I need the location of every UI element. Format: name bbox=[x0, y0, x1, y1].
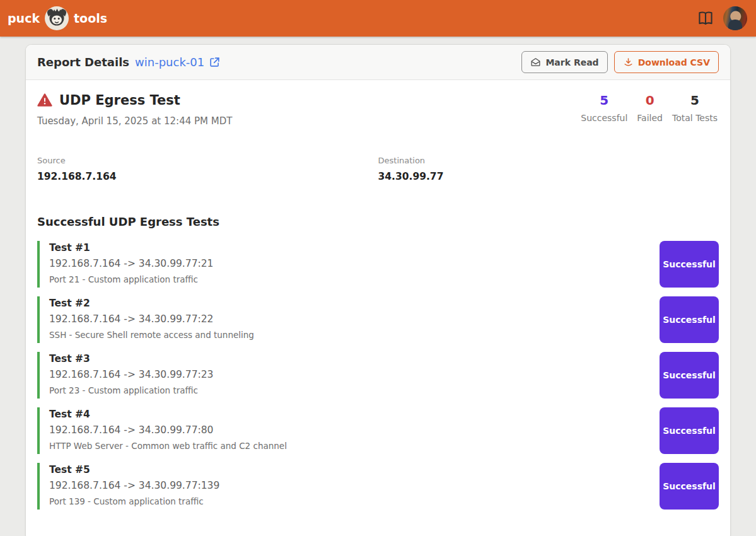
card-title: Report Details win-puck-01 bbox=[37, 55, 221, 69]
test-result-row: Test #5 192.168.7.164 -> 34.30.99.77:139… bbox=[37, 463, 719, 510]
status-badge: Successful bbox=[660, 352, 719, 399]
mark-read-label: Mark Read bbox=[545, 57, 598, 67]
warning-triangle-icon bbox=[37, 93, 52, 107]
stat-successful: 5 Successful bbox=[581, 93, 627, 123]
results-section-title: Successful UDP Egress Tests bbox=[37, 215, 719, 228]
test-result-title: Test #2 bbox=[49, 298, 660, 309]
endpoints-row: Source 192.168.7.164 Destination 34.30.9… bbox=[37, 156, 719, 182]
brand-text-tools: tools bbox=[74, 11, 107, 25]
test-result-description: Port 21 - Custom application traffic bbox=[49, 274, 660, 284]
test-result-route: 192.168.7.164 -> 34.30.99.77:21 bbox=[49, 258, 660, 269]
status-badge: Successful bbox=[660, 407, 719, 454]
open-envelope-icon bbox=[530, 57, 541, 67]
docs-book-icon[interactable] bbox=[697, 9, 714, 27]
source-label: Source bbox=[37, 156, 378, 165]
test-result-route: 192.168.7.164 -> 34.30.99.77:22 bbox=[49, 313, 660, 325]
report-details-label: Report Details bbox=[37, 55, 129, 69]
report-details-card: Report Details win-puck-01 bbox=[25, 44, 731, 536]
test-result-info: Test #1 192.168.7.164 -> 34.30.99.77:21 … bbox=[37, 241, 660, 288]
source-block: Source 192.168.7.164 bbox=[37, 156, 378, 182]
download-csv-label: Download CSV bbox=[638, 57, 710, 67]
test-heading-block: UDP Egress Test Tuesday, April 15, 2025 … bbox=[37, 93, 232, 127]
test-result-row: Test #3 192.168.7.164 -> 34.30.99.77:23 … bbox=[37, 352, 719, 399]
test-result-info: Test #3 192.168.7.164 -> 34.30.99.77:23 … bbox=[37, 352, 660, 399]
test-result-route: 192.168.7.164 -> 34.30.99.77:139 bbox=[49, 480, 660, 491]
brand: puck tools bbox=[8, 6, 107, 31]
stat-failed-label: Failed bbox=[637, 113, 663, 123]
stat-successful-value: 5 bbox=[581, 93, 627, 108]
test-result-info: Test #4 192.168.7.164 -> 34.30.99.77:80 … bbox=[37, 407, 660, 454]
test-title: UDP Egress Test bbox=[59, 93, 180, 108]
download-csv-button[interactable]: Download CSV bbox=[614, 51, 719, 73]
status-badge: Successful bbox=[660, 296, 719, 343]
stat-total-label: Total Tests bbox=[672, 113, 718, 123]
card-actions: Mark Read Download CSV bbox=[521, 51, 719, 73]
test-stats: 5 Successful 0 Failed 5 Total Tests bbox=[581, 93, 719, 123]
stat-failed-value: 0 bbox=[637, 93, 663, 108]
puck-mascot-logo bbox=[44, 6, 69, 31]
destination-block: Destination 34.30.99.77 bbox=[378, 156, 719, 182]
status-badge: Successful bbox=[660, 241, 719, 288]
status-badge: Successful bbox=[660, 463, 719, 510]
destination-label: Destination bbox=[378, 156, 719, 165]
external-link-icon bbox=[209, 56, 221, 68]
test-result-route: 192.168.7.164 -> 34.30.99.77:23 bbox=[49, 369, 660, 380]
stat-total-value: 5 bbox=[672, 93, 718, 108]
test-result-row: Test #4 192.168.7.164 -> 34.30.99.77:80 … bbox=[37, 407, 719, 454]
download-icon bbox=[623, 57, 634, 67]
source-value: 192.168.7.164 bbox=[37, 171, 378, 182]
header-actions bbox=[697, 6, 747, 30]
stat-failed: 0 Failed bbox=[637, 93, 663, 123]
test-result-description: Port 23 - Custom application traffic bbox=[49, 385, 660, 395]
card-header: Report Details win-puck-01 bbox=[26, 45, 730, 80]
test-result-row: Test #1 192.168.7.164 -> 34.30.99.77:21 … bbox=[37, 241, 719, 288]
test-result-route: 192.168.7.164 -> 34.30.99.77:80 bbox=[49, 424, 660, 436]
test-result-info: Test #5 192.168.7.164 -> 34.30.99.77:139… bbox=[37, 463, 660, 510]
test-result-title: Test #1 bbox=[49, 242, 660, 253]
stat-total: 5 Total Tests bbox=[672, 93, 718, 123]
test-result-title: Test #4 bbox=[49, 409, 660, 420]
card-body: UDP Egress Test Tuesday, April 15, 2025 … bbox=[26, 80, 730, 536]
destination-value: 34.30.99.77 bbox=[378, 171, 719, 182]
app-header: puck tools bbox=[0, 0, 756, 37]
brand-text-puck: puck bbox=[8, 11, 40, 25]
test-result-title: Test #5 bbox=[49, 464, 660, 475]
report-summary-row: UDP Egress Test Tuesday, April 15, 2025 … bbox=[37, 93, 719, 127]
stat-successful-label: Successful bbox=[581, 113, 627, 123]
test-result-row: Test #2 192.168.7.164 -> 34.30.99.77:22 … bbox=[37, 296, 719, 343]
test-result-title: Test #3 bbox=[49, 353, 660, 364]
test-result-description: SSH - Secure Shell remote access and tun… bbox=[49, 330, 660, 340]
report-name-link[interactable]: win-puck-01 bbox=[135, 55, 221, 69]
test-datetime: Tuesday, April 15, 2025 at 12:44 PM MDT bbox=[37, 115, 232, 127]
test-result-description: HTTP Web Server - Common web traffic and… bbox=[49, 441, 660, 451]
test-result-info: Test #2 192.168.7.164 -> 34.30.99.77:22 … bbox=[37, 296, 660, 343]
test-results-list: Test #1 192.168.7.164 -> 34.30.99.77:21 … bbox=[37, 241, 719, 510]
report-name: win-puck-01 bbox=[135, 55, 204, 69]
test-result-description: Port 139 - Custom application traffic bbox=[49, 496, 660, 506]
mark-read-button[interactable]: Mark Read bbox=[521, 51, 607, 73]
user-avatar[interactable] bbox=[723, 6, 747, 30]
